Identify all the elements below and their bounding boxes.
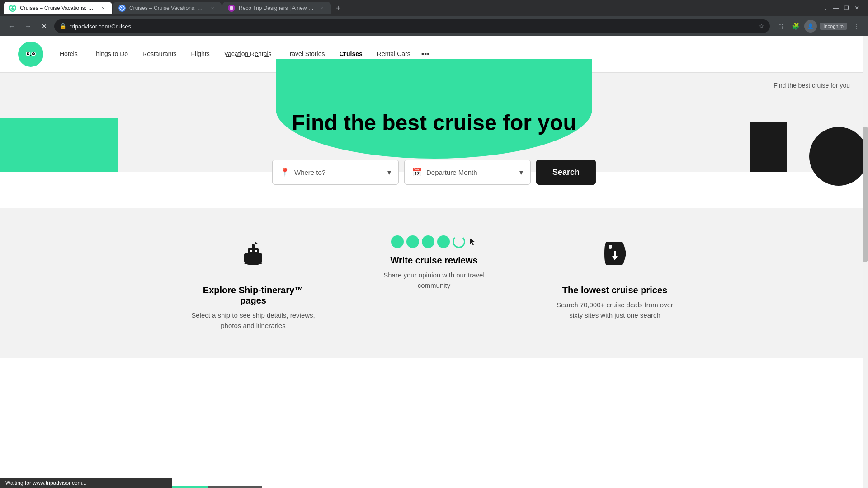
- location-icon: 📍: [280, 167, 290, 177]
- progress-bar-fill: [172, 486, 208, 488]
- logo-area[interactable]: [18, 36, 43, 72]
- svg-point-1: [11, 7, 12, 8]
- scrollbar-track[interactable]: [863, 36, 868, 488]
- svg-rect-18: [255, 250, 257, 252]
- feature-reviews-title: Write cruise reviews: [390, 255, 477, 266]
- nav-flights[interactable]: Flights: [184, 41, 217, 67]
- tab-1-favicon: [9, 5, 16, 12]
- search-bar: 📍 Where to? ▾ 📅 Departure Month ▾ Search: [272, 160, 596, 185]
- svg-rect-17: [250, 250, 252, 252]
- nav-hotels[interactable]: Hotels: [52, 41, 85, 67]
- feature-prices-title: The lowest cruise prices: [562, 285, 667, 296]
- svg-marker-20: [255, 242, 258, 244]
- svg-point-10: [27, 52, 29, 55]
- ship-icon: [235, 235, 271, 278]
- tab-dropdown-icon[interactable]: ⌄: [823, 5, 828, 11]
- hero-green-left: [0, 118, 118, 172]
- browser-actions: ⬚ 🧩 👤 Incognito ⋮: [774, 20, 863, 33]
- incognito-badge: Incognito: [820, 23, 847, 30]
- address-text: tripadvisor.com/Cruises: [70, 23, 131, 30]
- dot-3: [422, 235, 434, 248]
- dot-1: [391, 235, 404, 248]
- svg-point-21: [609, 245, 612, 249]
- browser-chrome: Cruises – Cruise Vacations: 2023 ✕ Cruis…: [0, 0, 868, 36]
- address-bar-actions: ☆: [759, 23, 764, 30]
- feature-reviews-desc: Share your opinion with our travel commu…: [371, 270, 497, 291]
- hero-green-arc: [276, 59, 592, 159]
- cursor-icon: [468, 237, 477, 246]
- svg-point-4: [121, 7, 122, 8]
- loading-text: Waiting for www.tripadvisor.com...: [5, 480, 87, 486]
- lock-icon: 🔒: [60, 23, 66, 29]
- calendar-icon: 📅: [412, 167, 422, 177]
- svg-point-13: [33, 53, 34, 54]
- hero-black-right: [750, 122, 787, 172]
- back-button[interactable]: ←: [5, 20, 18, 33]
- svg-rect-6: [230, 6, 233, 10]
- where-to-chevron: ▾: [387, 168, 391, 177]
- search-button[interactable]: Search: [536, 160, 596, 185]
- features-section: Explore Ship-tinerary™ pages Select a sh…: [0, 208, 868, 358]
- svg-point-0: [10, 6, 15, 10]
- maximize-button[interactable]: ❐: [844, 5, 849, 11]
- forward-button[interactable]: →: [22, 20, 34, 33]
- tab-3-favicon: [228, 5, 235, 12]
- nav-things-to-do[interactable]: Things to Do: [85, 41, 135, 67]
- feature-prices-desc: Search 70,000+ cruise deals from over si…: [552, 300, 678, 320]
- star-icon[interactable]: ☆: [759, 23, 764, 30]
- svg-rect-15: [244, 253, 262, 263]
- departure-month-text: Departure Month: [426, 169, 477, 176]
- dot-4: [437, 235, 450, 248]
- dot-loading: [453, 235, 465, 248]
- tab-3[interactable]: Reco Trip Designers | A new kin... ✕: [222, 2, 331, 14]
- close-button[interactable]: ✕: [854, 5, 859, 11]
- svg-point-12: [28, 53, 29, 54]
- hero-subtitle: Find the best cruise for you: [774, 82, 850, 89]
- nav-vacation-rentals[interactable]: Vacation Rentals: [217, 41, 279, 67]
- nav-restaurants[interactable]: Restaurants: [135, 41, 184, 67]
- new-tab-button[interactable]: +: [332, 2, 344, 14]
- dot-2: [406, 235, 419, 248]
- tab-1-close[interactable]: ✕: [99, 5, 107, 12]
- tripadvisor-logo: [18, 42, 43, 67]
- svg-point-3: [120, 6, 124, 10]
- account-button[interactable]: 👤: [804, 20, 817, 33]
- feature-ship-desc: Select a ship to see ship details, revie…: [190, 310, 316, 331]
- extensions-button[interactable]: 🧩: [789, 20, 802, 33]
- svg-point-7: [23, 46, 39, 62]
- tab-2[interactable]: Cruises – Cruise Vacations: 2023 ✕: [113, 2, 222, 14]
- where-to-text: Where to?: [294, 169, 326, 176]
- tab-3-title: Reco Trip Designers | A new kin...: [239, 5, 315, 11]
- tab-2-title: Cruises – Cruise Vacations: 2023: [129, 5, 205, 11]
- scrollbar-thumb[interactable]: [863, 127, 868, 262]
- address-bar-row: ← → ✕ 🔒 tripadvisor.com/Cruises ☆ ⬚ 🧩 👤 …: [0, 16, 868, 36]
- svg-rect-19: [252, 244, 255, 249]
- tab-2-close[interactable]: ✕: [209, 5, 216, 12]
- reload-button[interactable]: ✕: [38, 20, 51, 33]
- hero-title: Find the best cruise for you: [292, 110, 576, 135]
- minimize-button[interactable]: —: [833, 5, 839, 11]
- departure-chevron: ▾: [519, 168, 523, 177]
- tab-2-favicon: [118, 5, 126, 12]
- tab-bar: Cruises – Cruise Vacations: 2023 ✕ Cruis…: [0, 0, 868, 16]
- hero-section: Find the best cruise for you Find the be…: [0, 73, 868, 172]
- feature-reviews: Write cruise reviews Share your opinion …: [371, 235, 497, 331]
- address-bar[interactable]: 🔒 tripadvisor.com/Cruises ☆: [54, 19, 770, 33]
- svg-point-2: [13, 7, 14, 8]
- review-dots: [391, 235, 477, 248]
- price-tag-icon: [597, 235, 633, 278]
- svg-point-5: [123, 7, 123, 8]
- departure-month-field[interactable]: 📅 Departure Month ▾: [404, 160, 531, 185]
- cast-button[interactable]: ⬚: [774, 20, 786, 33]
- window-controls: ⌄ — ❐ ✕: [823, 5, 864, 11]
- where-to-field[interactable]: 📍 Where to? ▾: [272, 160, 399, 185]
- tab-1[interactable]: Cruises – Cruise Vacations: 2023 ✕: [4, 2, 112, 14]
- hero-black-circle: [809, 127, 868, 186]
- feature-prices: The lowest cruise prices Search 70,000+ …: [552, 235, 678, 331]
- tab-3-close[interactable]: ✕: [318, 5, 326, 12]
- menu-button[interactable]: ⋮: [850, 20, 863, 33]
- svg-rect-16: [248, 248, 259, 254]
- svg-point-11: [32, 52, 35, 55]
- feature-ship-itinerary: Explore Ship-tinerary™ pages Select a sh…: [190, 235, 316, 331]
- status-bar: Waiting for www.tripadvisor.com...: [0, 478, 172, 488]
